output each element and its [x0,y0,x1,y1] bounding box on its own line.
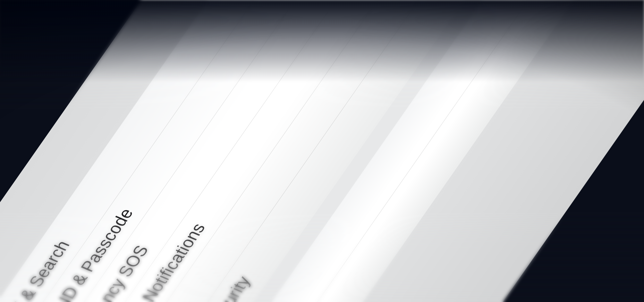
settings-screen-photo: Siri & Search Face ID & Passcode SOS Eme… [0,0,644,302]
